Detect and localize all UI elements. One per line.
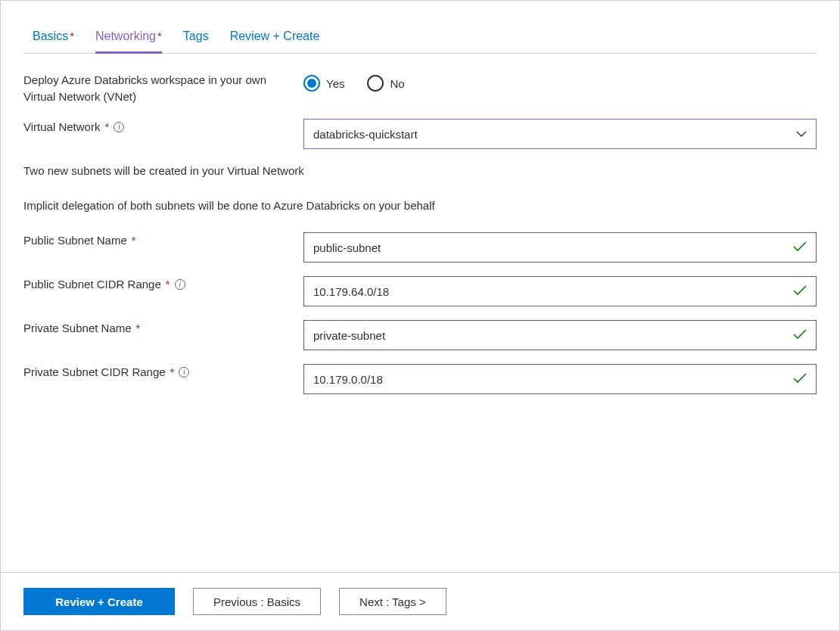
tab-review-create[interactable]: Review + Create	[230, 23, 320, 53]
required-star: *	[104, 119, 109, 135]
required-star: *	[132, 232, 136, 249]
tab-review-create-label: Review + Create	[230, 30, 320, 42]
public-subnet-name-label: Public Subnet Name	[23, 232, 127, 249]
required-star: *	[166, 276, 170, 293]
private-subnet-cidr-input[interactable]	[313, 373, 793, 386]
tab-tags[interactable]: Tags	[183, 23, 209, 53]
check-icon	[793, 329, 807, 342]
public-subnet-name-input[interactable]	[313, 241, 793, 254]
check-icon	[793, 285, 807, 298]
previous-button[interactable]: Previous : Basics	[193, 588, 321, 615]
virtual-network-value: databricks-quickstart	[313, 128, 796, 141]
field-virtual-network: Virtual Network * i databricks-quickstar…	[23, 119, 817, 149]
field-public-subnet-name: Public Subnet Name *	[23, 232, 817, 263]
subnet-note-2: Implicit delegation of both subnets will…	[23, 197, 817, 214]
radio-no-label: No	[390, 77, 404, 90]
tab-networking[interactable]: Networking*	[95, 23, 162, 54]
field-private-subnet-name: Private Subnet Name *	[23, 320, 817, 350]
next-button[interactable]: Next : Tags >	[339, 588, 446, 615]
chevron-down-icon	[796, 129, 807, 139]
tabs-bar: Basics* Networking* Tags Review + Create	[23, 23, 817, 54]
private-subnet-name-input-wrap	[303, 320, 817, 350]
public-subnet-cidr-input-wrap	[303, 276, 817, 306]
field-deploy-vnet: Deploy Azure Databricks workspace in you…	[23, 72, 817, 105]
radio-no[interactable]: No	[367, 75, 404, 92]
field-private-subnet-cidr: Private Subnet CIDR Range * i	[23, 364, 817, 394]
check-icon	[793, 241, 807, 254]
tab-tags-label: Tags	[183, 30, 209, 42]
virtual-network-select[interactable]: databricks-quickstart	[303, 119, 817, 149]
footer-actions: Review + Create Previous : Basics Next :…	[1, 572, 839, 630]
tab-networking-label: Networking	[95, 30, 156, 42]
private-subnet-name-input[interactable]	[313, 329, 793, 342]
networking-panel: Basics* Networking* Tags Review + Create…	[0, 0, 840, 631]
virtual-network-label: Virtual Network	[23, 119, 100, 135]
public-subnet-cidr-label: Public Subnet CIDR Range	[23, 276, 161, 293]
private-subnet-cidr-input-wrap	[303, 364, 817, 394]
radio-circle-icon	[367, 75, 384, 92]
review-create-button[interactable]: Review + Create	[23, 588, 175, 615]
info-icon[interactable]: i	[175, 279, 185, 290]
check-icon	[793, 373, 807, 386]
info-icon[interactable]: i	[114, 122, 124, 132]
private-subnet-name-label: Private Subnet Name	[23, 320, 132, 337]
info-icon[interactable]: i	[179, 367, 189, 378]
required-star: *	[170, 364, 175, 381]
public-subnet-name-input-wrap	[303, 232, 817, 263]
deploy-vnet-radio-group: Yes No	[303, 72, 817, 92]
radio-yes[interactable]: Yes	[303, 75, 344, 92]
required-star: *	[136, 320, 141, 337]
deploy-vnet-label: Deploy Azure Databricks workspace in you…	[23, 72, 297, 105]
required-star: *	[70, 30, 74, 42]
tab-basics-label: Basics	[33, 30, 68, 42]
public-subnet-cidr-input[interactable]	[313, 285, 793, 298]
field-public-subnet-cidr: Public Subnet CIDR Range * i	[23, 276, 817, 306]
tab-basics[interactable]: Basics*	[33, 23, 74, 53]
private-subnet-cidr-label: Private Subnet CIDR Range	[23, 364, 166, 381]
radio-circle-selected-icon	[303, 75, 320, 92]
radio-yes-label: Yes	[326, 77, 344, 90]
required-star: *	[157, 30, 162, 42]
subnet-note-1: Two new subnets will be created in your …	[23, 163, 817, 179]
